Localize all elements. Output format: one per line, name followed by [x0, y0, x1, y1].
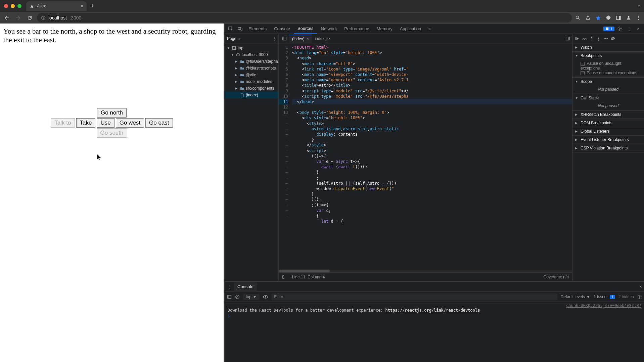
tree-folder[interactable]: ▶@id/astro:scripts: [225, 65, 278, 72]
live-expression-icon[interactable]: [263, 295, 268, 299]
deactivate-breakpoints-icon[interactable]: [611, 36, 615, 41]
device-mode-icon[interactable]: [236, 25, 244, 33]
sidepanel-icon[interactable]: [616, 15, 621, 20]
share-icon[interactable]: [585, 15, 591, 20]
callstack-section[interactable]: ▼Call Stack: [572, 94, 644, 102]
extensions-icon[interactable]: [606, 15, 611, 20]
watch-section[interactable]: ▶Watch: [572, 43, 644, 51]
drawer-menu-icon[interactable]: ⋮: [227, 284, 231, 289]
inspect-element-icon[interactable]: [226, 25, 235, 33]
scope-section[interactable]: ▼Scope: [572, 78, 644, 86]
global-listeners-section[interactable]: ▶Global Listeners: [572, 127, 644, 135]
navigator-menu-icon[interactable]: ⋮: [272, 36, 276, 41]
new-tab-button[interactable]: +: [89, 3, 96, 10]
menu-icon[interactable]: [636, 15, 641, 20]
bookmark-icon[interactable]: [595, 15, 601, 21]
tab-title: Astro: [37, 4, 46, 8]
react-devtools-link[interactable]: https://reactjs.org/link/react-devtools: [385, 308, 480, 313]
talk-to-button[interactable]: Talk to: [51, 118, 75, 128]
tree-folder[interactable]: ▶@vite: [225, 72, 278, 78]
reload-button[interactable]: [26, 14, 34, 22]
tab-elements[interactable]: Elements: [245, 24, 270, 33]
take-button[interactable]: Take: [76, 118, 96, 128]
csp-bp-section[interactable]: ▶CSP Violation Breakpoints: [572, 144, 644, 152]
drawer-close-icon[interactable]: ×: [639, 284, 642, 289]
devtools-close-icon[interactable]: ×: [634, 25, 643, 33]
window-minimize-icon[interactable]: [11, 4, 15, 8]
step-over-icon[interactable]: [582, 37, 587, 41]
pretty-print-icon[interactable]: {}: [282, 275, 287, 279]
step-out-icon[interactable]: [597, 36, 601, 41]
tab-sources[interactable]: Sources: [294, 24, 317, 34]
tree-folder[interactable]: ▶@fs/Users/stepha: [225, 58, 278, 65]
console-prompt[interactable]: ›: [228, 313, 641, 320]
editor-tab-indexjsx[interactable]: index.jsx: [312, 35, 333, 42]
step-into-icon[interactable]: [590, 36, 594, 41]
settings-icon[interactable]: [615, 25, 624, 33]
go-south-button[interactable]: Go south: [97, 128, 127, 138]
go-east-button[interactable]: Go east: [145, 118, 173, 128]
resume-icon[interactable]: [574, 36, 579, 41]
cursor-icon: [97, 154, 102, 161]
go-north-button[interactable]: Go north: [97, 108, 127, 118]
tab-application[interactable]: Application: [397, 24, 425, 33]
pause-uncaught-checkbox[interactable]: Pause on uncaught exceptions: [581, 61, 641, 71]
svg-rect-1: [43, 17, 43, 19]
forward-button[interactable]: [14, 14, 22, 22]
console-output[interactable]: chunk-DFKQJ226.js?v=9e6b4e8c:87 Download…: [225, 302, 644, 362]
window-controls: [3, 4, 24, 8]
tab-network[interactable]: Network: [318, 24, 340, 33]
tab-console[interactable]: Console: [271, 24, 293, 33]
use-button[interactable]: Use: [97, 118, 114, 128]
tree-origin[interactable]: ▼ localhost:3000: [225, 51, 278, 58]
tree-top[interactable]: ▼ top: [225, 45, 278, 51]
horizontal-scrollbar[interactable]: [279, 270, 572, 272]
console-filter[interactable]: Filter: [272, 293, 557, 300]
pause-caught-checkbox[interactable]: Pause on caught exceptions: [581, 71, 641, 75]
hidden-messages[interactable]: 2 hidden: [618, 295, 634, 299]
back-button[interactable]: [3, 14, 11, 22]
log-levels[interactable]: Default levels ▼: [561, 295, 590, 299]
chevron-right-icon[interactable]: »: [238, 36, 241, 41]
dom-bp-section[interactable]: ▶DOM Breakpoints: [572, 119, 644, 127]
browser-tab[interactable]: Astro ×: [26, 1, 87, 11]
tab-memory[interactable]: Memory: [373, 24, 396, 33]
tab-performance[interactable]: Performance: [341, 24, 372, 33]
toggle-sidebar-icon[interactable]: [563, 34, 572, 43]
navigator-tab-page[interactable]: Page » ⋮: [225, 34, 278, 43]
window-maximize-icon[interactable]: [17, 4, 21, 8]
xhr-section[interactable]: ▶XHR/fetch Breakpoints: [572, 110, 644, 119]
svg-point-8: [638, 16, 639, 17]
more-tabs-icon[interactable]: »: [425, 25, 434, 33]
go-west-button[interactable]: Go west: [116, 118, 144, 128]
clear-console-icon[interactable]: [235, 295, 240, 299]
tab-overflow-icon[interactable]: [637, 4, 641, 8]
console-issues[interactable]: 1 Issue: 1: [594, 295, 615, 299]
event-bp-section[interactable]: ▶Event Listener Breakpoints: [572, 136, 644, 144]
console-settings-icon[interactable]: [637, 295, 642, 299]
window-close-icon[interactable]: [4, 4, 8, 8]
message-source-link[interactable]: chunk-DFKQJ226.js?v=9e6b4e8c:87: [566, 303, 641, 308]
kebab-menu-icon[interactable]: ⋮: [625, 25, 633, 33]
console-sidebar-icon[interactable]: [227, 295, 232, 299]
step-icon[interactable]: [603, 37, 608, 41]
code-editor[interactable]: 12345678910111213––––––––––––––––––– <!D…: [279, 43, 572, 270]
close-tab-icon[interactable]: ×: [307, 37, 309, 41]
profile-icon[interactable]: [626, 15, 631, 20]
tab-close-icon[interactable]: ×: [81, 3, 83, 9]
tree-file-index[interactable]: (index): [225, 92, 278, 98]
tree-folder[interactable]: ▶src/components: [225, 85, 278, 92]
svg-point-9: [638, 17, 639, 18]
issues-badge[interactable]: 1: [603, 27, 614, 31]
toggle-navigator-icon[interactable]: [280, 34, 289, 43]
tree-folder[interactable]: ▶node_modules: [225, 78, 278, 85]
svg-rect-16: [233, 47, 236, 50]
drawer-tab-console[interactable]: Console: [234, 282, 257, 291]
editor-tab-index[interactable]: (index) ×: [289, 35, 312, 43]
breakpoints-section[interactable]: ▼Breakpoints: [572, 52, 644, 60]
url-bar[interactable]: localhost:3000: [37, 13, 572, 22]
source-editor: (index) × index.jsx 12345678910111213–––…: [279, 34, 572, 281]
console-context[interactable]: top ▼: [243, 294, 260, 300]
zoom-icon[interactable]: [575, 15, 581, 20]
site-info-icon[interactable]: [41, 15, 46, 20]
